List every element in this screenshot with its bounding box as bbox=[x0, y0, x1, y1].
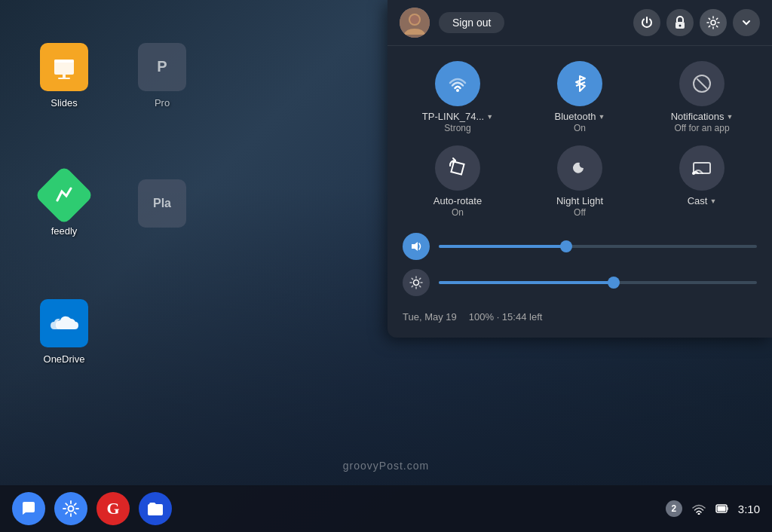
wifi-icon bbox=[446, 72, 469, 95]
notifications-icon bbox=[691, 72, 713, 95]
wifi-tile-icon bbox=[435, 61, 480, 106]
taskbar-icon-files[interactable] bbox=[139, 492, 172, 525]
tiles-grid: TP-LINK_74... ▼ Strong Bluetooth bbox=[388, 46, 772, 225]
gear-button[interactable] bbox=[700, 9, 727, 36]
nightlight-tile-icon bbox=[557, 145, 602, 191]
desktop-icon-pla[interactable]: Pla bbox=[113, 151, 211, 256]
status-battery: 100% · 15:44 left bbox=[469, 311, 543, 323]
brightness-icon-button[interactable] bbox=[403, 269, 430, 296]
notifications-tile-info: Notifications ▼ Off for an app bbox=[671, 111, 734, 133]
cast-icon bbox=[691, 157, 713, 179]
svg-rect-3 bbox=[58, 78, 70, 79]
slides-label: Slides bbox=[51, 97, 77, 109]
tile-bluetooth[interactable]: Bluetooth ▼ On bbox=[525, 61, 635, 133]
bluetooth-icon bbox=[568, 72, 591, 95]
brightness-slider-track[interactable] bbox=[439, 281, 757, 284]
notifications-tile-status: Off for an app bbox=[671, 123, 734, 133]
tile-notifications[interactable]: Notifications ▼ Off for an app bbox=[647, 61, 757, 133]
volume-slider-thumb[interactable] bbox=[560, 240, 572, 252]
tile-autorotate[interactable]: Auto-rotate On bbox=[403, 145, 513, 218]
files-icon bbox=[147, 500, 164, 517]
notifications-tile-name: Notifications ▼ bbox=[671, 111, 734, 122]
bluetooth-tile-info: Bluetooth ▼ On bbox=[555, 111, 605, 133]
taskbar-icon-google[interactable]: G bbox=[96, 492, 130, 525]
svg-rect-1 bbox=[54, 60, 74, 63]
desktop: Slides P Pro feedly Pla bbox=[0, 0, 772, 532]
cast-dropdown-arrow: ▼ bbox=[709, 197, 716, 205]
brightness-icon bbox=[409, 276, 423, 289]
sign-out-button[interactable]: Sign out bbox=[439, 12, 504, 33]
notifications-dropdown-arrow: ▼ bbox=[726, 113, 733, 121]
panel-header: Sign out bbox=[388, 0, 772, 46]
svg-rect-20 bbox=[727, 507, 728, 510]
bluetooth-tile-status: On bbox=[555, 123, 605, 133]
svg-rect-19 bbox=[717, 506, 725, 512]
autorotate-tile-name: Auto-rotate bbox=[433, 195, 482, 206]
autorotate-tile-info: Auto-rotate On bbox=[433, 195, 482, 218]
svg-rect-2 bbox=[63, 75, 66, 78]
volume-slider-fill bbox=[439, 245, 566, 248]
desktop-icon-pro[interactable]: P Pro bbox=[113, 15, 211, 136]
wifi-tile-info: TP-LINK_74... ▼ Strong bbox=[422, 111, 493, 133]
power-icon bbox=[640, 16, 654, 29]
taskbar-icon-chat[interactable] bbox=[12, 492, 45, 525]
desktop-icon-feedly[interactable]: feedly bbox=[15, 151, 113, 256]
chevron-down-button[interactable] bbox=[733, 9, 760, 36]
avatar-face bbox=[400, 8, 430, 38]
tile-cast[interactable]: Cast ▼ bbox=[647, 145, 757, 218]
pro-label: Pro bbox=[155, 97, 170, 109]
nightlight-tile-status: Off bbox=[556, 207, 603, 218]
chat-icon bbox=[20, 500, 37, 517]
notification-badge[interactable]: 2 bbox=[666, 500, 682, 517]
quick-settings-panel: Sign out bbox=[388, 0, 772, 338]
svg-line-12 bbox=[697, 79, 706, 88]
brightness-slider-thumb[interactable] bbox=[608, 277, 620, 289]
volume-slider-track[interactable] bbox=[439, 245, 757, 248]
desktop-icon-onedrive[interactable]: OneDrive bbox=[15, 286, 113, 377]
svg-point-10 bbox=[456, 89, 459, 92]
svg-point-9 bbox=[711, 20, 715, 25]
volume-slider-row bbox=[403, 233, 757, 260]
header-icons bbox=[633, 9, 760, 36]
taskbar-icon-settings[interactable] bbox=[54, 492, 87, 525]
bluetooth-tile-name: Bluetooth ▼ bbox=[555, 111, 605, 122]
brightness-slider-row bbox=[403, 269, 757, 296]
svg-point-15 bbox=[414, 280, 419, 286]
cast-tile-icon bbox=[679, 145, 725, 191]
taskbar-battery-icon bbox=[715, 503, 729, 515]
nightlight-tile-name: Night Light bbox=[556, 195, 603, 206]
tile-nightlight[interactable]: Night Light Off bbox=[525, 145, 635, 218]
cast-tile-info: Cast ▼ bbox=[688, 195, 717, 206]
svg-point-17 bbox=[697, 513, 700, 515]
status-bar: Tue, May 19 100% · 15:44 left bbox=[388, 304, 772, 326]
autorotate-tile-icon bbox=[435, 145, 480, 191]
svg-point-8 bbox=[679, 25, 682, 27]
bluetooth-dropdown-arrow: ▼ bbox=[599, 113, 605, 121]
volume-icon bbox=[409, 240, 423, 253]
power-button[interactable] bbox=[633, 9, 660, 36]
lock-icon bbox=[674, 16, 686, 29]
sliders-section bbox=[388, 225, 772, 304]
svg-point-6 bbox=[410, 15, 419, 24]
nightlight-icon bbox=[568, 157, 591, 179]
taskbar-wifi-icon bbox=[691, 503, 706, 515]
google-label: G bbox=[106, 499, 119, 518]
wifi-dropdown-arrow: ▼ bbox=[486, 113, 493, 121]
feedly-label: feedly bbox=[51, 225, 78, 237]
taskbar-left: G bbox=[12, 492, 172, 525]
svg-point-16 bbox=[69, 506, 74, 512]
lock-button[interactable] bbox=[666, 9, 694, 36]
autorotate-tile-status: On bbox=[433, 207, 482, 218]
wifi-tile-status: Strong bbox=[422, 123, 493, 133]
desktop-icon-slides[interactable]: Slides bbox=[15, 15, 113, 136]
gear-icon bbox=[706, 16, 720, 29]
cast-tile-name: Cast ▼ bbox=[688, 195, 717, 206]
avatar[interactable] bbox=[400, 8, 430, 38]
tile-wifi[interactable]: TP-LINK_74... ▼ Strong bbox=[403, 61, 513, 133]
taskbar: G 2 3:10 bbox=[0, 485, 772, 532]
volume-icon-button[interactable] bbox=[403, 233, 430, 260]
svg-point-14 bbox=[692, 172, 695, 175]
notifications-tile-icon bbox=[679, 61, 725, 106]
status-date: Tue, May 19 bbox=[403, 311, 457, 323]
taskbar-time: 3:10 bbox=[738, 503, 760, 515]
